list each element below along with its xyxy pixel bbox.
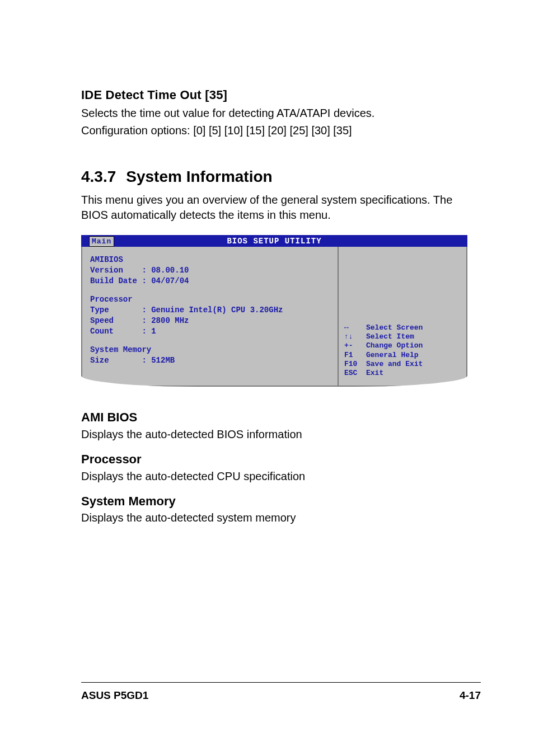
section-desc: This menu gives you an overview of the g… [81,192,481,223]
bios-nav-exit: ESC Exit [344,369,461,378]
section-heading: 4.3.7System Information [81,166,481,187]
bios-cpu-type: Type : Genuine Intel(R) CPU 3.20GHz [90,305,330,316]
bios-nav-change-option: +- Change Option [344,341,461,350]
processor-heading: Processor [81,451,481,468]
ami-bios-desc: Displays the auto-detected BIOS informat… [81,427,481,442]
footer-right: 4-17 [460,688,481,703]
bios-cpu-speed: Speed : 2800 MHz [90,316,330,326]
page-footer: ASUS P5GD1 4-17 [81,682,481,703]
ide-heading: IDE Detect Time Out [35] [81,87,481,104]
section-number: 4.3.7 [81,166,116,187]
system-memory-heading: System Memory [81,493,481,510]
bios-nav-select-item: ↑↓ Select Item [344,332,461,341]
bios-screenshot: BIOS SETUP UTILITY Main AMIBIOS Version … [81,235,467,387]
bios-sysmem-label: System Memory [90,345,330,355]
bios-title-text: BIOS SETUP UTILITY [227,237,321,246]
bios-left-pane: AMIBIOS Version : 08.00.10 Build Date : … [82,247,338,386]
ide-line1: Selects the time out value for detecting… [81,106,481,121]
bios-nav-select-screen: ↔ Select Screen [344,323,461,332]
bios-title-bar: BIOS SETUP UTILITY Main [81,235,467,247]
bios-processor-label: Processor [90,294,330,305]
ide-line2: Configuration options: [0] [5] [10] [15]… [81,123,481,138]
footer-left: ASUS P5GD1 [81,688,148,703]
bios-cpu-count: Count : 1 [90,326,330,337]
ami-bios-heading: AMI BIOS [81,409,481,426]
section-title: System Information [126,168,272,185]
bios-build-date: Build Date : 04/07/04 [90,276,330,287]
bios-right-pane: ↔ Select Screen ↑↓ Select Item +- Change… [338,247,466,386]
bios-body: AMIBIOS Version : 08.00.10 Build Date : … [81,247,467,387]
bios-nav-help: ↔ Select Screen ↑↓ Select Item +- Change… [344,323,461,378]
bios-mem-size: Size : 512MB [90,355,330,366]
bios-nav-save-exit: F10 Save and Exit [344,360,461,369]
bios-version: Version : 08.00.10 [90,265,330,276]
processor-desc: Displays the auto-detected CPU specifica… [81,469,481,484]
page-content: IDE Detect Time Out [35] Selects the tim… [0,0,534,525]
bios-tab-main: Main [89,236,114,247]
bios-nav-general-help: F1 General Help [344,351,461,360]
system-memory-desc: Displays the auto-detected system memory [81,510,481,525]
bios-amibios-label: AMIBIOS [90,255,330,265]
